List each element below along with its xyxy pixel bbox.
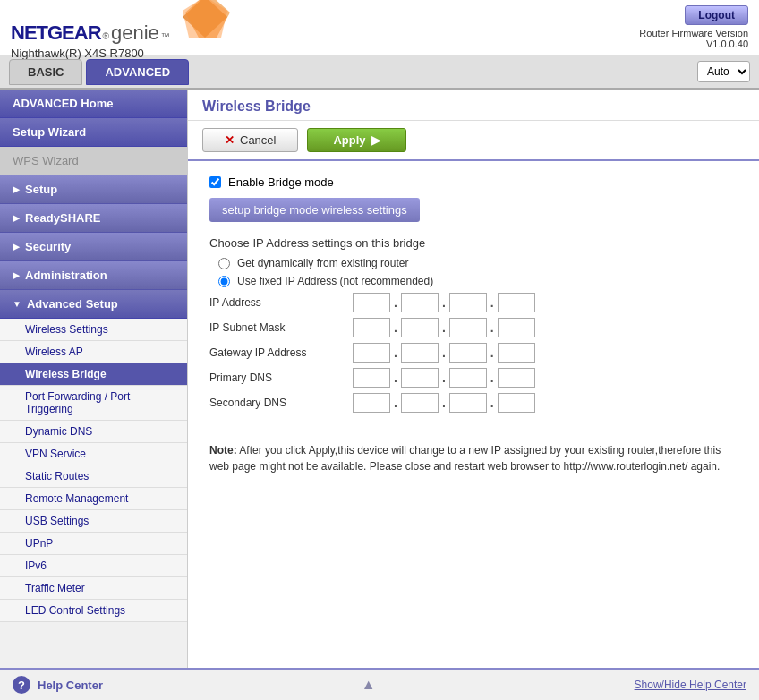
radio-fixed[interactable] <box>218 276 230 287</box>
secondary-dns-row: Secondary DNS . . . <box>209 393 738 413</box>
gateway-fields: . . . <box>353 343 535 363</box>
gateway-dot-2: . <box>442 346 446 360</box>
pdns-dot-1: . <box>394 371 397 385</box>
sidebar-item-setup[interactable]: ▶ Setup <box>0 175 187 204</box>
logout-button[interactable]: Logout <box>685 5 748 25</box>
apply-arrow-icon: ▶ <box>371 133 380 147</box>
apply-button[interactable]: Apply ▶ <box>307 128 405 152</box>
cancel-button[interactable]: ✕ Cancel <box>202 128 298 152</box>
secondary-dns-octet2[interactable] <box>401 393 439 413</box>
help-icon: ? <box>13 676 30 694</box>
enable-bridge-row: Enable Bridge mode <box>209 175 738 189</box>
language-select[interactable]: Auto <box>697 61 750 82</box>
sdns-dot-1: . <box>394 396 397 410</box>
sidebar-link-vpn-service[interactable]: VPN Service <box>0 443 187 465</box>
sdns-dot-2: . <box>442 396 446 410</box>
x-icon: ✕ <box>225 133 235 147</box>
security-arrow-icon: ▶ <box>13 242 20 252</box>
sidebar-item-wps-wizard: WPS Wizard <box>0 147 187 175</box>
ip-dot-1: . <box>394 295 397 310</box>
gateway-row: Gateway IP Address . . . <box>209 343 738 363</box>
ip-subnet-octet2[interactable] <box>401 318 439 337</box>
primary-dns-octet3[interactable] <box>449 368 487 388</box>
footer: ? Help Center ▲ Show/Hide Help Center <box>0 668 759 700</box>
radio-dynamic[interactable] <box>218 258 230 269</box>
help-center-label: Help Center <box>38 679 103 692</box>
ip-address-octet2[interactable] <box>401 293 439 312</box>
ip-address-octet3[interactable] <box>449 293 487 312</box>
sidebar-link-static-routes[interactable]: Static Routes <box>0 465 187 488</box>
sidebar-item-setup-wizard[interactable]: Setup Wizard <box>0 118 187 147</box>
ip-address-octet4[interactable] <box>498 293 535 312</box>
ip-subnet-octet3[interactable] <box>449 318 487 337</box>
ip-subnet-label: IP Subnet Mask <box>209 321 353 334</box>
sidebar-link-wireless-settings[interactable]: Wireless Settings <box>0 319 187 341</box>
sidebar-link-dynamic-dns[interactable]: Dynamic DNS <box>0 421 187 443</box>
primary-dns-octet1[interactable] <box>353 368 390 388</box>
content-area: Wireless Bridge ✕ Cancel Apply ▶ Enable … <box>188 90 759 668</box>
primary-dns-octet2[interactable] <box>401 368 439 388</box>
sidebar-item-advanced-home[interactable]: ADVANCED Home <box>0 90 187 118</box>
secondary-dns-fields: . . . <box>353 393 535 413</box>
sidebar-link-traffic-meter[interactable]: Traffic Meter <box>0 577 187 600</box>
setup-bridge-button[interactable]: setup bridge mode wireless settings <box>209 198 420 222</box>
choose-ip-label: Choose IP Address settings on this bridg… <box>209 236 738 250</box>
gateway-label: Gateway IP Address <box>209 346 353 359</box>
sidebar-link-wireless-bridge[interactable]: Wireless Bridge <box>0 363 187 386</box>
sidebar-item-security[interactable]: ▶ Security <box>0 233 187 261</box>
sidebar-item-advanced-setup[interactable]: ▼ Advanced Setup <box>0 290 187 319</box>
logo-diamond-icon <box>181 0 230 39</box>
ip-address-octet1[interactable] <box>353 293 390 312</box>
gateway-octet4[interactable] <box>498 343 535 363</box>
ip-subnet-octet1[interactable] <box>353 318 390 337</box>
note-label: Note: <box>209 444 237 457</box>
sidebar-item-administration[interactable]: ▶ Administration <box>0 261 187 290</box>
ip-subnet-fields: . . . <box>353 318 535 337</box>
secondary-dns-label: Secondary DNS <box>209 397 353 409</box>
note-box: Note: After you click Apply,this device … <box>209 431 738 474</box>
radio-fixed-label: Use fixed IP Address (not recommended) <box>237 275 433 287</box>
tab-advanced[interactable]: ADVANCED <box>86 59 189 85</box>
sidebar-link-remote-management[interactable]: Remote Management <box>0 488 187 510</box>
subnet-dot-3: . <box>490 320 494 335</box>
sidebar-link-wireless-ap[interactable]: Wireless AP <box>0 341 187 363</box>
registered-mark: ® <box>103 31 109 41</box>
gateway-octet3[interactable] <box>449 343 487 363</box>
secondary-dns-octet1[interactable] <box>353 393 390 413</box>
firmware-info: Router Firmware Version V1.0.0.40 <box>639 28 748 49</box>
header-right: Logout Router Firmware Version V1.0.0.40 <box>639 5 748 49</box>
ip-address-label: IP Address <box>209 296 353 309</box>
radio-dynamic-row: Get dynamically from existing router <box>209 257 738 269</box>
setup-arrow-icon: ▶ <box>13 184 20 194</box>
enable-bridge-checkbox[interactable] <box>209 176 221 188</box>
primary-dns-octet4[interactable] <box>498 368 535 388</box>
scroll-up-icon[interactable]: ▲ <box>362 677 376 693</box>
pdns-dot-2: . <box>442 371 446 385</box>
sidebar-link-led-control[interactable]: LED Control Settings <box>0 600 187 622</box>
ip-subnet-row: IP Subnet Mask . . . <box>209 318 738 337</box>
ip-subnet-octet4[interactable] <box>498 318 535 337</box>
gateway-dot-3: . <box>490 346 494 360</box>
sidebar-link-usb-settings[interactable]: USB Settings <box>0 510 187 533</box>
sidebar-link-port-forwarding[interactable]: Port Forwarding / Port Triggering <box>0 386 187 421</box>
secondary-dns-octet4[interactable] <box>498 393 535 413</box>
tab-basic[interactable]: BASIC <box>9 59 82 85</box>
pdns-dot-3: . <box>490 371 494 385</box>
sidebar-link-upnp[interactable]: UPnP <box>0 533 187 555</box>
radio-fixed-row: Use fixed IP Address (not recommended) <box>209 275 738 287</box>
gateway-octet2[interactable] <box>401 343 439 363</box>
show-hide-link[interactable]: Show/Hide Help Center <box>635 679 746 691</box>
sidebar-link-ipv6[interactable]: IPv6 <box>0 555 187 577</box>
primary-dns-label: Primary DNS <box>209 371 353 384</box>
secondary-dns-octet3[interactable] <box>449 393 487 413</box>
enable-bridge-label: Enable Bridge mode <box>228 175 334 189</box>
sidebar: ADVANCED Home Setup Wizard WPS Wizard ▶ … <box>0 90 188 668</box>
help-center[interactable]: ? Help Center <box>13 676 103 694</box>
ip-dot-2: . <box>442 295 446 310</box>
primary-dns-fields: . . . <box>353 368 535 388</box>
ip-address-fields: . . . <box>353 293 535 312</box>
genie-logo: genie <box>111 21 159 45</box>
sidebar-item-readyshare[interactable]: ▶ ReadySHARE <box>0 204 187 233</box>
form-content: Enable Bridge mode setup bridge mode wir… <box>188 161 759 489</box>
gateway-octet1[interactable] <box>353 343 390 363</box>
